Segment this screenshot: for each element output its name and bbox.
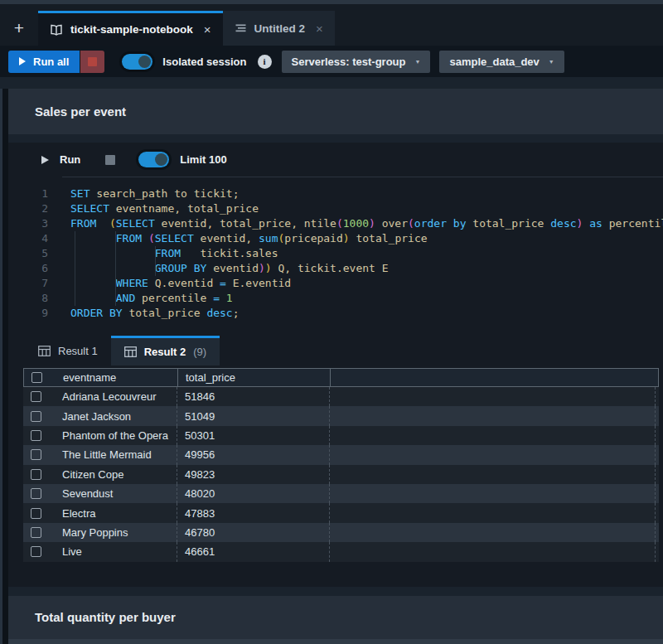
code-line: 1SET search_path to tickit; [8, 186, 663, 201]
results-table: eventname total_price Adriana Lecouvreur… [23, 368, 659, 562]
cell-total-price: 51049 [177, 406, 329, 425]
row-checkbox[interactable] [31, 411, 41, 422]
sql-editor[interactable]: 1SET search_path to tickit;2SELECT event… [8, 177, 663, 336]
code-text: FROM (SELECT eventid, sum(pricepaid) tot… [48, 231, 428, 246]
cell-total-price: 50301 [177, 426, 329, 445]
line-number: 4 [8, 231, 48, 246]
cell-eventname: Live [48, 545, 177, 558]
cell-total-price: 49956 [177, 445, 329, 464]
run-cell-label[interactable]: Run [60, 153, 80, 166]
result-2-tab[interactable]: Result 2 (9) [111, 336, 220, 366]
close-tab-icon[interactable]: × [316, 22, 323, 36]
row-checkbox[interactable] [31, 508, 41, 519]
code-text: SELECT eventname, total_price [48, 201, 259, 216]
stop-all-button[interactable] [80, 51, 104, 73]
stop-icon [88, 57, 97, 66]
cell-filler [329, 503, 655, 522]
cell-total-price: 49823 [177, 465, 329, 484]
markdown-cell-sales[interactable]: Sales per event [8, 89, 663, 134]
stop-cell-button[interactable] [105, 155, 115, 165]
row-checkbox[interactable] [31, 527, 41, 538]
cell-eventname: Electra [48, 507, 177, 520]
row-checkbox-cell [23, 411, 48, 422]
tab-label: tickit-sample-notebook [70, 23, 193, 36]
table-row[interactable]: Phantom of the Opera50301 [23, 426, 659, 445]
cell-filler [329, 406, 655, 425]
table-row[interactable]: Janet Jackson51049 [23, 406, 659, 425]
cell-eventname: Mary Poppins [48, 526, 177, 539]
section-title: Total quantity per buyer [35, 610, 176, 624]
table-row[interactable]: Citizen Cope49823 [23, 465, 659, 484]
row-checkbox-cell [23, 527, 48, 538]
row-checkbox[interactable] [31, 469, 41, 480]
markdown-cell-buyer[interactable]: Total quantity per buyer [8, 596, 663, 639]
code-text: FROM tickit.sales [48, 246, 278, 261]
cell-eventname: Phantom of the Opera [48, 429, 177, 442]
run-all-button[interactable]: Run all [8, 51, 80, 73]
cell-eventname: Citizen Cope [48, 468, 177, 481]
header-tail [654, 369, 658, 386]
tab-untitled-2[interactable]: Untitled 2 × [223, 11, 335, 46]
table-row[interactable]: Sevendust48020 [23, 484, 659, 503]
tab-bar: + tickit-sample-notebook × Untitled 2 × [0, 4, 663, 46]
cell-tail [655, 406, 659, 425]
editor-lines-icon [235, 22, 247, 35]
select-all-checkbox[interactable] [31, 372, 42, 383]
row-checkbox[interactable] [31, 546, 41, 557]
table-row[interactable]: Adriana Lecouvreur51846 [23, 387, 659, 406]
cell-filler [329, 484, 655, 503]
workgroup-dropdown[interactable]: Serverless: test-group ▼ [282, 51, 431, 73]
run-cell-play-icon[interactable] [41, 156, 49, 164]
result-2-label: Result 2 [144, 346, 186, 358]
table-row[interactable]: Live46661 [23, 542, 659, 561]
cell-total-price: 47883 [177, 503, 329, 522]
line-number: 1 [8, 186, 48, 201]
cell-filler [329, 387, 655, 406]
left-rail [0, 89, 8, 644]
column-header-total-price[interactable]: total_price [177, 369, 330, 386]
code-text: FROM (SELECT eventid, total_price, ntile… [48, 216, 663, 231]
result-1-tab[interactable]: Result 1 [25, 336, 111, 366]
cell-tail [655, 503, 659, 522]
row-checkbox-cell [23, 488, 48, 499]
close-tab-icon[interactable]: × [204, 22, 211, 36]
cell-filler [329, 426, 655, 445]
code-line: 4 FROM (SELECT eventid, sum(pricepaid) t… [8, 231, 663, 246]
code-text: GROUP BY eventid)) Q, tickit.event E [48, 261, 389, 276]
row-checkbox-cell [23, 469, 48, 480]
new-tab-button[interactable]: + [0, 11, 38, 46]
notebook-icon [50, 23, 63, 36]
section-title: Sales per event [35, 104, 126, 119]
limit-label: Limit 100 [180, 153, 226, 166]
table-icon [124, 346, 137, 357]
play-icon [19, 57, 26, 65]
limit-toggle[interactable] [138, 152, 169, 167]
cell-tail [655, 542, 659, 561]
info-icon[interactable]: i [258, 55, 272, 69]
toggle-knob [155, 153, 167, 166]
cell-tail [655, 445, 659, 464]
row-checkbox[interactable] [31, 430, 41, 441]
toggle-knob [138, 56, 151, 68]
code-text: ORDER BY total_price desc; [48, 306, 240, 321]
row-checkbox[interactable] [31, 449, 41, 460]
line-number: 8 [8, 291, 48, 306]
isolated-session-toggle[interactable] [122, 54, 152, 70]
code-line: 2SELECT eventname, total_price [8, 201, 663, 216]
table-row[interactable]: The Little Mermaid49956 [23, 445, 659, 464]
code-line: 6 GROUP BY eventid)) Q, tickit.event E [8, 261, 663, 276]
cell-tail [655, 484, 659, 503]
code-line: 9ORDER BY total_price desc; [8, 306, 663, 321]
line-number: 9 [8, 306, 48, 321]
tab-tickit-sample-notebook[interactable]: tickit-sample-notebook × [38, 11, 223, 46]
row-checkbox-cell [23, 449, 48, 460]
chevron-down-icon: ▼ [415, 59, 421, 65]
table-row[interactable]: Electra47883 [23, 503, 659, 522]
row-checkbox-cell [23, 546, 48, 557]
table-row[interactable]: Mary Poppins46780 [23, 523, 659, 542]
row-checkbox[interactable] [31, 488, 41, 499]
column-header-eventname[interactable]: eventname [49, 371, 177, 384]
cell-tail [655, 387, 659, 406]
row-checkbox[interactable] [31, 391, 41, 402]
database-dropdown[interactable]: sample_data_dev ▼ [439, 51, 564, 73]
